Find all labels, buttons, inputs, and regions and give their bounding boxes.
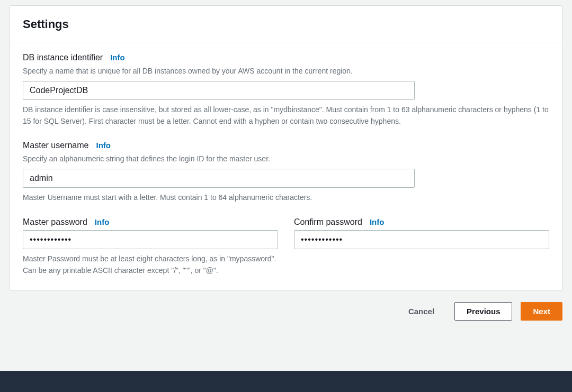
confirm-password-group: Confirm password Info [294,217,549,276]
footer-actions: Cancel Previous Next [0,290,572,331]
previous-button[interactable]: Previous [454,302,512,321]
db-instance-identifier-input[interactable] [23,81,415,100]
next-button[interactable]: Next [521,302,562,321]
panel-title: Settings [23,17,549,31]
master-password-group: Master password Info Master Password mus… [23,217,278,276]
db-instance-identifier-desc: Specify a name that is unique for all DB… [23,66,549,77]
panel-body: DB instance identifier Info Specify a na… [10,42,562,290]
confirm-password-info-link[interactable]: Info [370,217,385,226]
field-label-row: DB instance identifier Info [23,53,549,62]
cancel-button[interactable]: Cancel [397,303,446,320]
field-label-row: Master username Info [23,141,549,150]
master-username-input[interactable] [23,169,415,188]
master-password-info-link[interactable]: Info [95,217,110,226]
master-username-group: Master username Info Specify an alphanum… [23,141,549,204]
db-instance-identifier-label: DB instance identifier [23,53,103,62]
db-instance-identifier-info-link[interactable]: Info [110,53,125,62]
settings-panel: Settings DB instance identifier Info Spe… [10,5,562,290]
master-username-label: Master username [23,141,89,150]
confirm-password-label: Confirm password [294,217,362,227]
console-footer-bar [0,371,572,392]
db-instance-identifier-group: DB instance identifier Info Specify a na… [23,53,549,127]
panel-header: Settings [10,6,562,42]
field-label-row: Confirm password Info [294,217,549,227]
field-label-row: Master password Info [23,217,278,227]
master-username-desc: Specify an alphanumeric string that defi… [23,153,549,165]
master-username-helper: Master Username must start with a letter… [23,192,549,204]
confirm-password-input[interactable] [294,230,549,249]
master-password-input[interactable] [23,230,278,249]
db-instance-identifier-helper: DB instance identifier is case insensiti… [23,104,549,127]
password-row: Master password Info Master Password mus… [23,217,549,276]
master-password-helper: Master Password must be at least eight c… [23,253,278,276]
master-password-label: Master password [23,217,87,227]
master-username-info-link[interactable]: Info [96,141,111,150]
